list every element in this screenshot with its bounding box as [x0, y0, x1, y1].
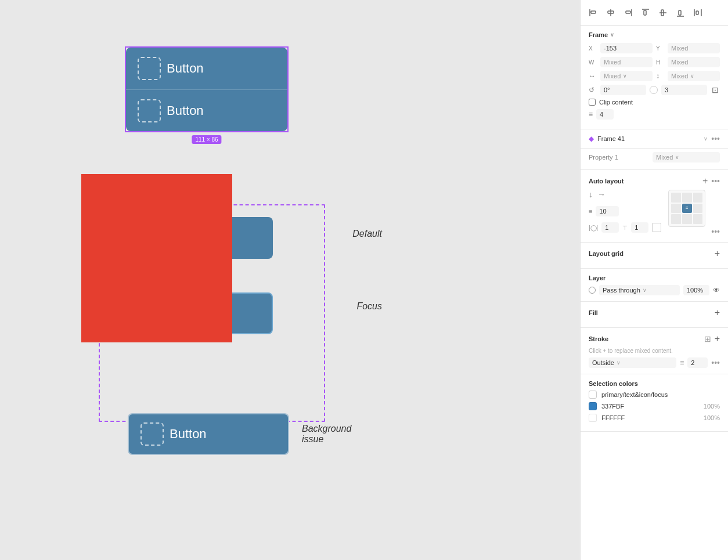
selection-colors-title: Selection colors: [589, 380, 638, 387]
btn-icon-1: [138, 57, 161, 80]
button-label-1: Button: [167, 61, 204, 76]
button-default-2[interactable]: Button: [126, 89, 287, 131]
auto-layout-more-icon[interactable]: •••: [711, 176, 720, 186]
auto-layout-left: ↓ → ≡ 10 |◯| 1 ⊤ 1: [589, 190, 662, 236]
alignment-toolbar: [581, 0, 728, 26]
property-1-value[interactable]: Mixed ∨: [653, 152, 720, 162]
fill-title: Fill: [589, 309, 598, 316]
layer-percent[interactable]: 100%: [683, 285, 709, 295]
align-bottom-icon[interactable]: [675, 8, 686, 17]
ver-label: ↕: [656, 72, 664, 80]
auto-layout-options-icon[interactable]: •••: [711, 227, 720, 236]
layout-grid-title: Layout grid: [589, 250, 624, 257]
frame-section-title: Frame ∨: [589, 31, 720, 38]
distribute-icon[interactable]: [692, 8, 704, 17]
clip-content-checkbox[interactable]: [589, 99, 596, 106]
clip-content-label: Clip content: [599, 99, 633, 106]
w-value[interactable]: Mixed: [600, 57, 653, 67]
stacking-row: ≡ 4: [589, 109, 720, 120]
frame-section: Frame ∨ X -153 Y Mixed W Mixed H Mixed ↔…: [581, 26, 728, 129]
stroke-hint: Click + to replace mixed content.: [589, 348, 720, 354]
label-bg-issue: Background issue: [302, 424, 351, 445]
canvas: Button Button 111 × 86 ◆ Frame 41 Button…: [0, 0, 580, 560]
auto-layout-header: Auto layout + •••: [589, 176, 720, 186]
layout-cell-mr: [693, 204, 703, 214]
layer-visibility-icon[interactable]: 👁: [713, 286, 720, 294]
xy-row: X -153 Y Mixed: [589, 43, 720, 53]
layout-cell-ml: [671, 204, 681, 214]
stacking-value[interactable]: 4: [596, 109, 614, 120]
direction-right-icon[interactable]: →: [597, 190, 606, 199]
h-label: H: [656, 59, 664, 66]
corner-value[interactable]: 3: [661, 85, 707, 95]
layout-cell-bl: [671, 214, 681, 224]
spacing-row: ≡ 10: [589, 206, 662, 216]
stroke-position-dropdown[interactable]: Outside ∨: [589, 357, 676, 368]
rot-value[interactable]: 0°: [600, 85, 646, 95]
color-row-1: primary/text&icon/focus: [589, 391, 720, 399]
btn-icon-bg-issue: [140, 422, 164, 446]
direction-down-icon[interactable]: ↓: [589, 190, 593, 199]
color-row-2: 337FBF 100%: [589, 402, 720, 410]
layer-mode-value: Pass through: [603, 287, 640, 294]
pad-v-icon: ⊤: [622, 225, 628, 231]
fill-section: Fill +: [581, 302, 728, 328]
color-swatch-1[interactable]: [589, 391, 597, 399]
h-value[interactable]: Mixed: [668, 57, 720, 67]
direction-arrows: ↓ →: [589, 190, 662, 199]
y-label: Y: [656, 45, 664, 52]
selection-colors-header: Selection colors: [589, 380, 720, 387]
component-more-icon[interactable]: •••: [711, 134, 720, 143]
component-dropdown[interactable]: ∨: [704, 136, 708, 142]
wh-row: W Mixed H Mixed: [589, 57, 720, 67]
layer-mode-dropdown[interactable]: Pass through ∨: [599, 285, 680, 295]
selected-group: Button Button 111 × 86: [125, 46, 289, 132]
align-center-h-icon[interactable]: [605, 8, 617, 17]
color-swatch-2[interactable]: [589, 402, 597, 410]
align-center-v-icon[interactable]: [657, 8, 669, 17]
stroke-add-icon[interactable]: +: [715, 334, 720, 344]
frame-caret[interactable]: ∨: [610, 32, 614, 38]
layout-grid-section: Layout grid +: [581, 243, 728, 269]
ver-value[interactable]: Mixed ∨: [668, 71, 720, 81]
pad-h-value[interactable]: 1: [601, 222, 619, 233]
constraint-row: ↔ Mixed ∨ ↕ Mixed ∨: [589, 71, 720, 81]
fill-add-icon[interactable]: +: [715, 308, 720, 318]
color-swatch-3[interactable]: [589, 414, 597, 422]
svg-rect-11: [679, 10, 681, 15]
selection-colors-section: Selection colors primary/text&icon/focus…: [581, 374, 728, 432]
auto-layout-add-icon[interactable]: +: [702, 176, 708, 186]
stroke-line-icon: ≡: [680, 359, 684, 367]
layout-grid-add-icon[interactable]: +: [715, 248, 720, 259]
x-value[interactable]: -153: [600, 43, 653, 53]
align-top-icon[interactable]: [640, 8, 651, 17]
component-diamond-icon: ◆: [589, 135, 594, 143]
layout-visual: ≡: [668, 190, 705, 227]
btn-icon-2: [138, 99, 161, 122]
layout-cell-tr: [693, 193, 703, 203]
stroke-grid-icon[interactable]: ⊞: [704, 334, 711, 344]
y-value[interactable]: Mixed: [668, 43, 720, 53]
corner-label: [650, 86, 658, 94]
button-group-selected[interactable]: Button Button 111 × 86: [125, 46, 289, 132]
resize-constraints-icon[interactable]: [652, 223, 661, 232]
stroke-width-value[interactable]: 2: [687, 357, 708, 368]
resize-icon[interactable]: ⊡: [711, 85, 720, 95]
button-label-bg-issue: Button: [170, 427, 207, 442]
align-left-icon[interactable]: [588, 8, 599, 17]
button-bg-issue[interactable]: Button: [128, 413, 289, 455]
layer-row: Pass through ∨ 100% 👁: [589, 285, 720, 295]
pad-v-value[interactable]: 1: [631, 222, 648, 233]
align-right-icon[interactable]: [622, 8, 634, 17]
button-default-1[interactable]: Button: [126, 48, 287, 89]
label-focus: Focus: [356, 301, 382, 312]
hor-label: ↔: [589, 72, 597, 80]
property-section: Property 1 Mixed ∨: [581, 149, 728, 170]
spacing-value[interactable]: 10: [596, 206, 619, 216]
stroke-more-icon[interactable]: •••: [711, 358, 720, 367]
pad-h-icon: |◯|: [589, 225, 598, 231]
property-1-label: Property 1: [589, 154, 649, 161]
layout-cell-tc: [682, 193, 692, 203]
hor-value[interactable]: Mixed ∨: [600, 71, 653, 81]
component-name: Frame 41: [597, 135, 700, 142]
